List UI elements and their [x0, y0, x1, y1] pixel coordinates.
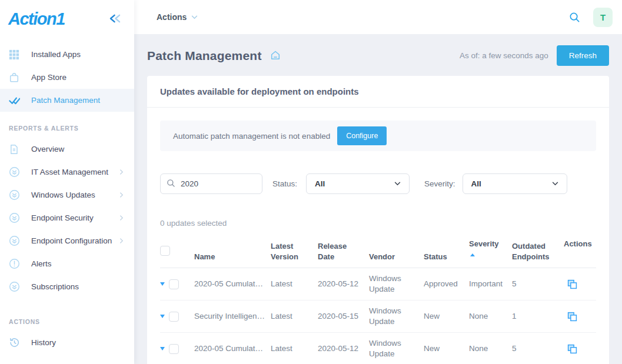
main-content: Patch Management As of: a few seconds ag… — [134, 34, 622, 364]
row-checkbox[interactable] — [169, 344, 179, 354]
banner-text: Automatic patch management is not enable… — [173, 132, 330, 141]
row-expander-icon[interactable] — [160, 315, 165, 318]
row-checkbox[interactable] — [169, 279, 179, 289]
column-header-vendor[interactable]: Vendor — [369, 239, 424, 262]
sidebar-item-subscriptions[interactable]: Subscriptions — [0, 275, 134, 298]
cell-name: 2020-05 Cumulat… — [194, 279, 271, 289]
sidebar: Action1 Installed Apps — [0, 0, 134, 364]
panel-title: Updates available for deployment on endp… — [160, 86, 359, 96]
column-header-release-date[interactable]: Release Date — [318, 239, 369, 262]
cell-status: New — [424, 343, 469, 354]
cell-latest-version: Latest — [271, 311, 318, 322]
cell-release-date: 2020-05-15 — [318, 311, 369, 322]
copy-action-button[interactable] — [564, 279, 596, 289]
grid-icon — [9, 49, 21, 61]
topbar: Actions T — [134, 0, 622, 34]
copy-action-button[interactable] — [564, 344, 596, 354]
updates-table: Name Latest Version Release Date Vendor … — [160, 239, 596, 364]
cell-outdated-endpoints: 5 — [512, 279, 564, 289]
sidebar-item-label: Subscriptions — [31, 282, 126, 291]
document-icon — [9, 143, 21, 155]
sidebar-item-label: History — [31, 338, 126, 347]
logo-row: Action1 — [0, 0, 134, 35]
table-header-row: Name Latest Version Release Date Vendor … — [160, 239, 596, 268]
sidebar-item-history[interactable]: History — [0, 331, 134, 354]
sidebar-item-label: Installed Apps — [31, 50, 126, 59]
status-select[interactable]: All — [306, 173, 410, 194]
chevron-right-icon — [119, 213, 124, 223]
chevron-right-icon — [119, 190, 124, 201]
sidebar-item-label: IT Asset Management — [31, 168, 119, 176]
column-header-name[interactable]: Name — [194, 239, 271, 262]
severity-select[interactable]: All — [463, 173, 567, 194]
circle-chevrons-icon — [9, 281, 21, 293]
double-check-icon — [9, 95, 21, 106]
global-search-button[interactable] — [569, 12, 580, 23]
cell-status: Approved — [424, 279, 469, 289]
search-input[interactable] — [160, 173, 262, 194]
page-header: Patch Management As of: a few seconds ag… — [134, 34, 622, 76]
column-header-latest-version[interactable]: Latest Version — [271, 239, 318, 262]
sidebar-item-label: Windows Updates — [31, 191, 119, 199]
sidebar-item-label: Alerts — [31, 259, 126, 268]
row-expander-icon[interactable] — [160, 282, 165, 286]
sidebar-item-overview[interactable]: Overview — [0, 138, 134, 161]
cell-vendor: Windows Update — [369, 306, 424, 327]
sidebar-item-alerts[interactable]: Alerts — [0, 252, 134, 275]
circle-chevrons-icon — [9, 166, 21, 178]
home-icon[interactable] — [270, 50, 281, 63]
sidebar-item-endpoint-configuration[interactable]: Endpoint Configuration — [0, 229, 134, 252]
actions-menu[interactable]: Actions — [157, 12, 198, 22]
configure-button[interactable]: Configure — [337, 126, 387, 145]
cell-release-date: 2020-05-12 — [318, 343, 369, 354]
table-row: 2020-05 Cumulat… Latest 2020-05-12 Windo… — [160, 268, 596, 300]
chevron-down-icon — [394, 182, 401, 186]
double-chevron-left-icon — [109, 14, 121, 23]
circle-chevrons-icon — [9, 235, 21, 247]
cell-outdated-endpoints: 5 — [512, 343, 564, 354]
sidebar-item-it-asset-management[interactable]: IT Asset Management — [0, 161, 134, 183]
user-avatar[interactable]: T — [593, 8, 613, 27]
severity-header-label: Severity — [469, 239, 507, 249]
cell-severity: None — [469, 311, 512, 322]
cell-name: Security Intelligen… — [194, 311, 271, 322]
actions-menu-label: Actions — [157, 12, 187, 22]
cell-release-date: 2020-05-12 — [318, 279, 369, 289]
sidebar-item-endpoint-security[interactable]: Endpoint Security — [0, 206, 134, 229]
column-header-severity[interactable]: Severity — [469, 239, 512, 262]
sidebar-item-installed-apps[interactable]: Installed Apps — [0, 43, 134, 66]
severity-filter-label: Severity: — [424, 179, 455, 188]
sidebar-section-actions: ACTIONS — [0, 298, 134, 331]
row-checkbox[interactable] — [169, 312, 179, 322]
copy-icon — [567, 279, 577, 289]
as-of-timestamp: As of: a few seconds ago — [460, 51, 548, 60]
page-title: Patch Management — [147, 49, 262, 63]
auto-patch-banner: Automatic patch management is not enable… — [160, 121, 596, 151]
column-header-status[interactable]: Status — [424, 239, 469, 262]
column-header-outdated-endpoints[interactable]: Outdated Endpoints — [512, 239, 564, 262]
row-expander-icon[interactable] — [160, 347, 165, 350]
history-icon — [9, 337, 21, 349]
page-header-right: As of: a few seconds ago Refresh — [460, 45, 609, 66]
cell-severity: None — [469, 343, 512, 354]
select-all-checkbox[interactable] — [160, 246, 170, 256]
updates-panel: Updates available for deployment on endp… — [147, 76, 609, 364]
sidebar-section-reports-alerts: REPORTS & ALERTS — [0, 112, 134, 138]
cell-vendor: Windows Update — [369, 273, 424, 295]
cell-status: New — [424, 311, 469, 322]
sidebar-collapse-button[interactable] — [109, 14, 121, 25]
sidebar-item-patch-management[interactable]: Patch Management — [0, 89, 134, 112]
copy-action-button[interactable] — [564, 312, 596, 322]
refresh-button[interactable]: Refresh — [557, 45, 609, 66]
panel-title-row: Updates available for deployment on endp… — [147, 76, 609, 108]
copy-icon — [567, 344, 577, 354]
sidebar-item-app-store[interactable]: App Store — [0, 66, 134, 89]
cell-latest-version: Latest — [271, 279, 318, 289]
search-icon — [569, 12, 580, 23]
chevron-right-icon — [119, 236, 124, 246]
sidebar-nav: Installed Apps App Store Patch Managemen… — [0, 43, 134, 354]
sidebar-item-windows-updates[interactable]: Windows Updates — [0, 183, 134, 206]
sidebar-item-label: Endpoint Security — [31, 213, 119, 222]
cell-severity: Important — [469, 279, 512, 289]
selection-status: 0 updates selected — [160, 219, 596, 228]
